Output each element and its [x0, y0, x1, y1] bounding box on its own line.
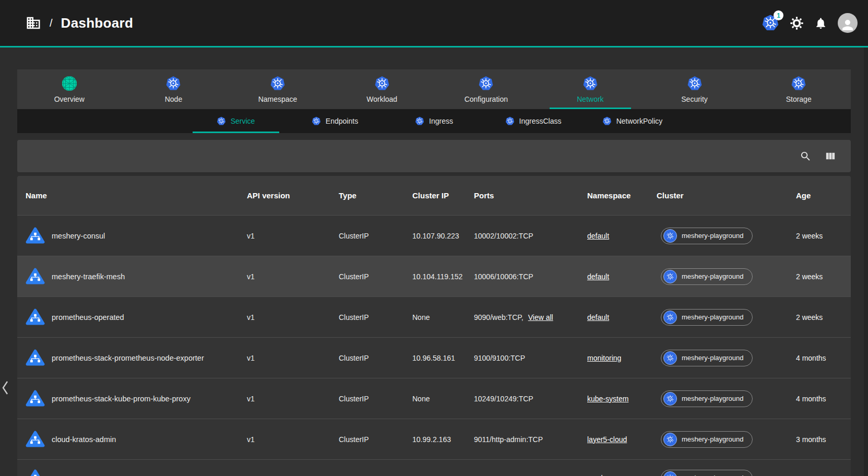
- services-table: Name API version Type Cluster IP Ports N…: [17, 176, 851, 476]
- tab-label: Overview: [54, 95, 85, 103]
- kubernetes-icon: [478, 76, 494, 91]
- column-header-api-version[interactable]: API version: [247, 191, 339, 200]
- api-version-cell: v1: [247, 232, 339, 240]
- subtab-endpoints[interactable]: Endpoints: [286, 109, 385, 133]
- notifications-bell-icon[interactable]: [814, 17, 827, 30]
- tab-label: Network: [577, 95, 603, 103]
- table-row[interactable]: meshery-traefik-mesh v1 ClusterIP 10.104…: [17, 256, 851, 296]
- namespace-link[interactable]: meshery: [587, 474, 615, 476]
- type-cell: ClusterIP: [339, 435, 412, 444]
- resource-tabs: Overview Node: [17, 69, 851, 133]
- collapse-drawer-chevron-icon[interactable]: [1, 380, 9, 396]
- view-columns-icon[interactable]: [824, 150, 836, 162]
- tab-storage[interactable]: Storage: [746, 69, 851, 109]
- namespace-link[interactable]: default: [587, 232, 609, 240]
- cluster-chip[interactable]: meshery-playground: [661, 390, 753, 407]
- kubernetes-icon: [217, 116, 226, 126]
- organization-icon[interactable]: [26, 15, 41, 31]
- tab-node[interactable]: Node: [122, 69, 226, 109]
- column-header-cluster-ip[interactable]: Cluster IP: [412, 191, 474, 200]
- kubernetes-icon: [663, 433, 677, 446]
- kubernetes-icon: [791, 76, 806, 91]
- cluster-chip[interactable]: meshery-playground: [661, 470, 753, 476]
- namespace-link[interactable]: monitoring: [587, 354, 621, 362]
- kubernetes-icon: [270, 76, 286, 91]
- subtab-ingressclass[interactable]: IngressClass: [484, 109, 583, 133]
- service-name: meshery-consul: [52, 232, 105, 240]
- service-name: prometheus-stack-prometheus-node-exporte…: [52, 354, 204, 362]
- table-row[interactable]: prometheus-stack-prometheus-node-exporte…: [17, 337, 851, 378]
- column-header-ports[interactable]: Ports: [474, 191, 587, 200]
- tab-overview[interactable]: Overview: [17, 69, 122, 109]
- tab-security[interactable]: Security: [643, 69, 747, 109]
- user-avatar[interactable]: [838, 13, 858, 33]
- accent-divider: [0, 46, 868, 47]
- kubernetes-icon: [505, 116, 515, 126]
- subtab-service[interactable]: Service: [186, 109, 286, 133]
- cluster-chip[interactable]: meshery-playground: [661, 431, 753, 448]
- table-row[interactable]: meshery-consul v1 ClusterIP 10.107.90.22…: [17, 215, 851, 256]
- kubernetes-icon: [663, 229, 677, 243]
- service-icon: [26, 389, 45, 408]
- page-scrollbar[interactable]: [864, 0, 868, 476]
- tab-network[interactable]: Network: [538, 69, 643, 109]
- table-row[interactable]: meshery meshery-playground: [17, 459, 851, 476]
- column-header-age[interactable]: Age: [796, 191, 851, 200]
- cluster-ip-cell: 10.99.2.163: [412, 435, 474, 444]
- column-header-type[interactable]: Type: [339, 191, 412, 200]
- cluster-chip[interactable]: meshery-playground: [661, 309, 753, 326]
- settings-gear-icon[interactable]: [790, 16, 804, 30]
- api-version-cell: v1: [247, 313, 339, 322]
- type-cell: ClusterIP: [339, 313, 412, 322]
- service-icon: [26, 226, 45, 245]
- type-cell: ClusterIP: [339, 232, 412, 240]
- cluster-chip[interactable]: meshery-playground: [661, 228, 753, 244]
- namespace-link[interactable]: default: [587, 313, 609, 322]
- kubernetes-icon: [165, 76, 181, 91]
- kubernetes-icon: [415, 116, 424, 126]
- network-sub-tabs: Service Endpoints: [17, 109, 851, 133]
- namespace-link[interactable]: default: [587, 272, 609, 281]
- tab-workload[interactable]: Workload: [330, 69, 434, 109]
- subtab-label: IngressClass: [519, 117, 562, 125]
- cluster-count-badge: 1: [774, 10, 783, 20]
- tab-label: Namespace: [258, 95, 298, 103]
- namespace-link[interactable]: layer5-cloud: [587, 435, 627, 444]
- kubernetes-icon: [312, 116, 321, 126]
- column-header-name[interactable]: Name: [17, 191, 247, 200]
- cluster-chip[interactable]: meshery-playground: [661, 350, 753, 366]
- age-cell: 2 weeks: [796, 313, 851, 322]
- cluster-chip[interactable]: meshery-playground: [661, 268, 753, 285]
- tab-configuration[interactable]: Configuration: [434, 69, 539, 109]
- ports-cell: 10249/10249:TCP: [474, 395, 533, 403]
- tab-label: Configuration: [465, 95, 508, 103]
- subtab-networkpolicy[interactable]: NetworkPolicy: [583, 109, 682, 133]
- table-row[interactable]: cloud-kratos-admin v1 ClusterIP 10.99.2.…: [17, 419, 851, 459]
- column-header-namespace[interactable]: Namespace: [587, 191, 657, 200]
- subtab-ingress[interactable]: Ingress: [385, 109, 484, 133]
- view-all-link[interactable]: View all: [528, 313, 553, 322]
- meshery-icon: [62, 76, 77, 91]
- namespace-link[interactable]: kube-system: [587, 395, 628, 403]
- search-icon[interactable]: [800, 150, 812, 162]
- cluster-status-button[interactable]: 1: [762, 14, 779, 32]
- type-cell: ClusterIP: [339, 272, 412, 281]
- column-header-cluster[interactable]: Cluster: [657, 191, 796, 200]
- subtab-label: Endpoints: [326, 117, 358, 125]
- tab-label: Storage: [786, 95, 812, 103]
- table-row[interactable]: prometheus-operated v1 ClusterIP None 90…: [17, 296, 851, 337]
- table-header-row: Name API version Type Cluster IP Ports N…: [17, 176, 851, 215]
- subtab-label: Ingress: [429, 117, 453, 125]
- app-header: / Dashboard 1: [0, 0, 868, 46]
- kubernetes-icon: [663, 471, 677, 476]
- api-version-cell: v1: [247, 395, 339, 403]
- api-version-cell: v1: [247, 272, 339, 281]
- table-row[interactable]: prometheus-stack-kube-prom-kube-proxy v1…: [17, 378, 851, 419]
- type-cell: ClusterIP: [339, 354, 412, 362]
- service-icon: [26, 348, 45, 367]
- table-body: meshery-consul v1 ClusterIP 10.107.90.22…: [17, 215, 851, 476]
- page-title: Dashboard: [61, 15, 134, 31]
- service-name: prometheus-stack-kube-prom-kube-proxy: [52, 395, 191, 403]
- tab-namespace[interactable]: Namespace: [225, 69, 330, 109]
- breadcrumb-separator: /: [50, 17, 53, 29]
